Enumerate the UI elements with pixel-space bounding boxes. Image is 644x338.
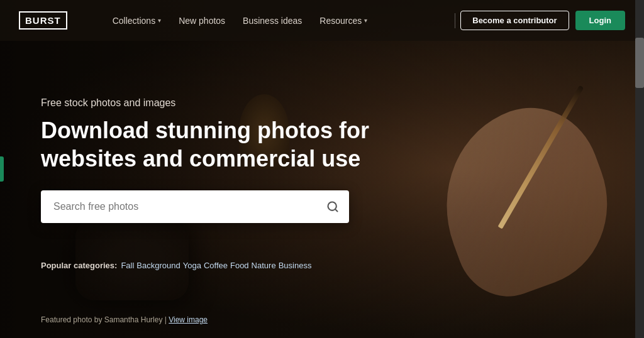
cat-food[interactable]: Food <box>230 261 249 270</box>
login-button[interactable]: Login <box>575 11 625 30</box>
popular-categories: Popular categories: Fall Background Yoga… <box>41 261 314 270</box>
svg-line-1 <box>335 209 338 212</box>
cat-business[interactable]: Business <box>279 261 312 270</box>
search-bar <box>41 190 349 223</box>
cat-background[interactable]: Background <box>136 261 180 270</box>
hero-content: Free stock photos and images Download st… <box>41 97 393 223</box>
credit-text: Featured photo by Samantha Hurley | <box>41 315 169 324</box>
hero-section: BURST Collections ▾ New photos Business … <box>0 0 644 338</box>
nav-collections[interactable]: Collections ▾ <box>105 12 169 30</box>
cat-yoga[interactable]: Yoga <box>183 261 201 270</box>
photo-credit: Featured photo by Samantha Hurley | View… <box>41 315 208 324</box>
nav-divider <box>455 13 455 28</box>
nav-links: Collections ▾ New photos Business ideas … <box>105 12 450 30</box>
logo-text: BURST <box>25 15 61 26</box>
navbar: BURST Collections ▾ New photos Business … <box>0 0 644 41</box>
cat-coffee[interactable]: Coffee <box>204 261 228 270</box>
scrollbar-thumb[interactable] <box>635 38 644 88</box>
hero-title: Download stunning photos for websites an… <box>41 116 393 173</box>
cat-fall[interactable]: Fall <box>121 261 134 270</box>
nav-actions: Become a contributor Login <box>460 11 625 30</box>
nav-resources[interactable]: Resources ▾ <box>312 12 375 30</box>
resources-chevron-icon: ▾ <box>364 17 367 24</box>
left-accent-bar <box>0 156 4 182</box>
nav-new-photos[interactable]: New photos <box>171 12 233 30</box>
hero-subtitle: Free stock photos and images <box>41 97 393 109</box>
view-image-link[interactable]: View image <box>169 315 208 324</box>
cat-nature[interactable]: Nature <box>252 261 276 270</box>
nav-business-ideas[interactable]: Business ideas <box>235 12 309 30</box>
search-button[interactable] <box>316 190 349 223</box>
collections-chevron-icon: ▾ <box>158 17 161 24</box>
become-contributor-button[interactable]: Become a contributor <box>460 11 569 30</box>
search-icon <box>326 200 339 213</box>
logo[interactable]: BURST <box>19 11 67 30</box>
search-input[interactable] <box>41 190 316 223</box>
popular-label: Popular categories: <box>41 261 117 270</box>
scrollbar[interactable] <box>635 0 644 338</box>
